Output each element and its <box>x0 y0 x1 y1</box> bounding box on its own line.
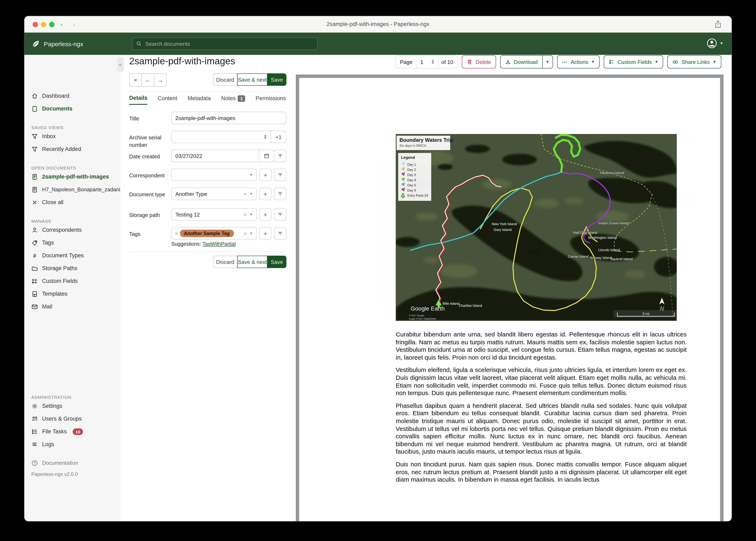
page-navigation-group: Page of 10 <box>395 55 458 68</box>
add-correspondent-button[interactable]: + <box>259 169 272 181</box>
correspondent-select[interactable]: ▼ <box>171 169 257 181</box>
user-menu[interactable]: ▼ <box>706 38 723 49</box>
macos-share-icon[interactable] <box>714 20 722 30</box>
file-tasks-count-badge: 16 <box>73 428 83 435</box>
sidebar-item-open-doc-2[interactable]: H7_Napoleon_Bonaparte_zadanie <box>24 183 120 196</box>
download-button[interactable]: Download <box>500 55 543 68</box>
add-document-type-button[interactable]: + <box>259 188 272 200</box>
sidebar-item-document-types[interactable]: # Document Types <box>24 249 120 262</box>
map-label: Norway Island <box>590 256 612 260</box>
pdf-preview-panel[interactable]: Hausons Island New York Island Gary Isla… <box>296 75 723 521</box>
app-brand[interactable]: Paperless-ngx <box>31 39 83 48</box>
sidebar-item-close-all[interactable]: Close all <box>24 196 120 209</box>
asn-plus-one-button[interactable]: +1 <box>271 131 286 143</box>
tags-select[interactable]: × Another Sample Tag × ▼ <box>171 227 257 240</box>
save-next-button[interactable]: Save & next <box>237 73 267 86</box>
sidebar-item-label: File Tasks <box>42 428 67 435</box>
asn-field-label: Archive serial number <box>129 131 171 149</box>
share-links-button[interactable]: Share Links ▼ <box>667 55 721 68</box>
sidebar-item-mail[interactable]: Mail <box>24 300 120 313</box>
discard-button-bottom[interactable]: Discard <box>213 256 237 268</box>
share-links-caret-icon: ▼ <box>713 60 716 64</box>
previous-document-button[interactable]: ← <box>142 73 154 87</box>
save-next-button-bottom[interactable]: Save & next <box>237 256 267 268</box>
sidebar-item-open-doc-1[interactable]: 2sample-pdf-with-images <box>24 170 120 183</box>
tag-suggestions: Suggestions: TagWithPartial <box>171 241 236 247</box>
search-bar[interactable] <box>132 38 318 50</box>
date-created-input[interactable]: 03/27/2022 <box>172 153 259 159</box>
page-number-input[interactable] <box>417 56 438 68</box>
sidebar-item-tags[interactable]: Tags <box>24 236 120 249</box>
correspondent-filter-button[interactable] <box>274 169 286 181</box>
tag-remove-icon[interactable]: × <box>172 230 180 237</box>
pdf-paragraph: Duis non tincidunt purus. Nam quis sapie… <box>396 461 687 484</box>
screenshot-stage: ‹ › 2sample-pdf-with-images - Paperless-… <box>0 0 756 541</box>
custom-fields-icon <box>31 278 38 284</box>
file-text-icon <box>31 186 38 193</box>
storage-path-clear-icon[interactable]: × <box>242 211 248 218</box>
sidebar-item-dashboard[interactable]: Dashboard <box>24 90 120 102</box>
user-menu-caret-icon: ▼ <box>720 41 723 45</box>
tags-clear-icon[interactable]: × <box>242 230 248 237</box>
document-type-filter-button[interactable] <box>274 188 286 200</box>
sidebar-item-users-groups[interactable]: Users & Groups <box>24 412 120 425</box>
sidebar-item-storage-paths[interactable]: Storage Paths <box>24 262 120 274</box>
tab-permissions[interactable]: Permissions <box>256 95 286 104</box>
map-label: Canoe Island <box>568 255 588 259</box>
download-dropdown-caret[interactable]: ▼ <box>543 55 553 68</box>
sidebar-item-documentation[interactable]: Documentation <box>24 456 120 469</box>
asn-stepper[interactable] <box>264 135 267 139</box>
add-storage-path-button[interactable]: + <box>259 208 272 221</box>
sidebar-item-inbox[interactable]: Inbox <box>24 130 120 143</box>
storage-path-label: Storage path <box>129 208 171 221</box>
actions-button[interactable]: ⋯ Actions ▼ <box>557 55 600 68</box>
sidebar-item-label: Dashboard <box>42 93 69 99</box>
storage-path-select[interactable]: Testing 12 × ▼ <box>171 208 257 221</box>
map-scale-bar: 3 mi <box>614 310 676 318</box>
tag-chip[interactable]: Another Sample Tag <box>180 230 234 237</box>
sidebar-item-correspondents[interactable]: Correspondents <box>24 224 120 236</box>
tab-content[interactable]: Content <box>158 95 177 104</box>
template-icon <box>31 290 38 297</box>
suggestion-link[interactable]: TagWithPartial <box>202 241 236 247</box>
sidebar-item-documents[interactable]: Documents <box>24 102 120 115</box>
map-label: New York Island <box>492 222 517 226</box>
next-document-button[interactable]: → <box>154 73 167 87</box>
sidebar-section-open-documents: OPEN DOCUMENTS <box>24 161 120 170</box>
sidebar-item-custom-fields[interactable]: Custom Fields <box>24 274 120 287</box>
tags-filter-button[interactable] <box>274 227 286 240</box>
storage-path-filter-button[interactable] <box>274 208 286 221</box>
search-input[interactable] <box>144 40 314 47</box>
sidebar-item-templates[interactable]: Templates <box>24 287 120 300</box>
save-button-bottom[interactable]: Save <box>267 256 286 268</box>
sidebar-collapse-button[interactable]: « <box>117 57 124 72</box>
sidebar-item-file-tasks[interactable]: File Tasks 16 <box>24 425 120 438</box>
tab-details[interactable]: Details <box>129 95 148 105</box>
app-window: ‹ › 2sample-pdf-with-images - Paperless-… <box>24 16 732 521</box>
document-type-clear-icon[interactable]: × <box>242 191 248 197</box>
hash-icon: # <box>31 252 38 259</box>
close-document-button[interactable]: × <box>129 73 142 87</box>
sidebar-item-recently-added[interactable]: Recently Added <box>24 143 120 156</box>
discard-button[interactable]: Discard <box>213 73 237 86</box>
calendar-button[interactable] <box>259 150 274 162</box>
filter-funnel-icon <box>31 133 38 140</box>
download-split-button: Download ▼ <box>500 55 553 68</box>
storage-path-caret-icon: ▼ <box>248 212 256 217</box>
sidebar: Dashboard Documents SAVED VIEWS Inbox Re… <box>24 55 121 521</box>
title-input[interactable] <box>171 112 286 124</box>
document-type-select[interactable]: Another Type × ▼ <box>171 188 257 200</box>
sidebar-item-label: Documentation <box>42 460 78 466</box>
page-label: Page <box>396 59 417 65</box>
add-tag-button[interactable]: + <box>259 227 272 240</box>
tab-metadata[interactable]: Metadata <box>188 95 211 104</box>
sidebar-item-settings[interactable]: Settings <box>24 399 120 412</box>
delete-button[interactable]: Delete <box>462 55 496 68</box>
date-filter-button[interactable] <box>274 150 286 162</box>
sidebar-item-logs[interactable]: Logs <box>24 438 120 451</box>
custom-fields-button[interactable]: Custom Fields ▼ <box>604 55 663 68</box>
save-button[interactable]: Save <box>267 73 286 86</box>
page-stepper[interactable] <box>431 60 434 64</box>
sidebar-item-label: Storage Paths <box>42 265 77 271</box>
tab-notes[interactable]: Notes1 <box>221 95 245 104</box>
